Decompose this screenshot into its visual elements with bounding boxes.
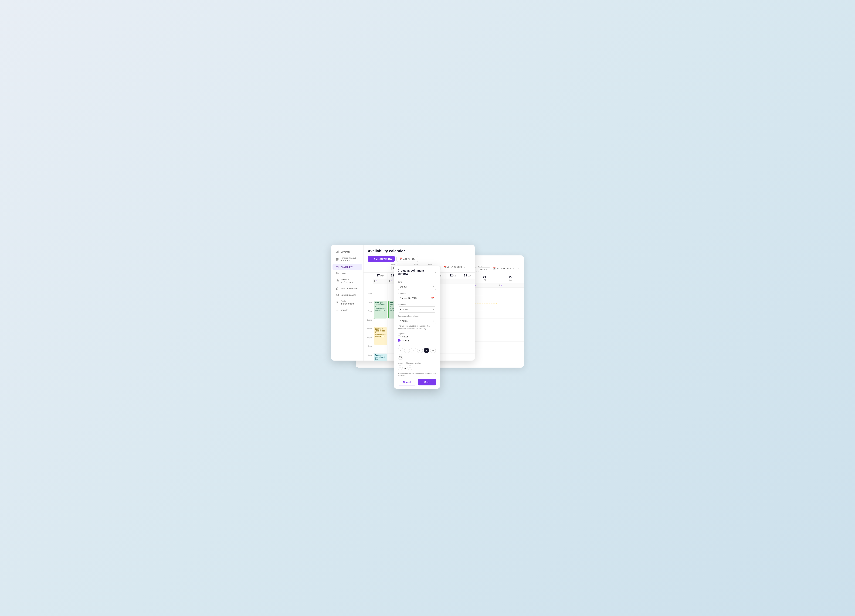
day-btn-su[interactable]: Su [398, 354, 403, 360]
svg-rect-4 [336, 259, 339, 260]
bg-view-dropdown[interactable]: Week ▾ [478, 267, 490, 272]
zone-group: Zone Default ▾ [398, 281, 436, 290]
sidebar-item-account[interactable]: Account preferences [332, 277, 362, 285]
sidebar-communication-label: Communication [340, 293, 356, 296]
jobs-counter: − 1 + [398, 365, 436, 370]
repeat-weekly-radio[interactable] [398, 339, 400, 342]
svg-rect-1 [337, 251, 337, 253]
fg-prev-btn[interactable]: ‹ [463, 265, 466, 269]
calendar-icon: 📅 [400, 258, 402, 260]
sidebar-item-premium[interactable]: Premium services [332, 285, 362, 292]
start-time-dropdown[interactable]: 8:00am ▾ [398, 306, 436, 313]
jobs-count: 1 [405, 366, 406, 369]
bg-dashed-fri [472, 303, 497, 326]
job-window-label: Job window length hours [398, 315, 436, 317]
start-time-label: Start time [398, 304, 436, 306]
svg-rect-5 [336, 260, 337, 261]
modal-close-btn[interactable]: × [434, 271, 436, 274]
jobs-decrement-btn[interactable]: − [398, 365, 403, 370]
sidebar: Coverage Product lines & programs Availa… [331, 245, 363, 361]
plus-icon: ＋ [371, 257, 373, 260]
repeat-never-radio[interactable] [398, 335, 400, 338]
sidebar-item-imports[interactable]: Imports [332, 307, 362, 313]
fg-day-sun: 23 Sun [460, 273, 475, 278]
fg-next-btn[interactable]: › [467, 265, 470, 269]
sidebar-account-label: Account preferences [340, 278, 359, 283]
sidebar-item-coverage[interactable]: Coverage [332, 249, 362, 255]
fg-appt-mon-evening[interactable]: 7pm-9pm Jobs offered: 8... [374, 353, 387, 361]
fg-cal-nav: 📅 Jul 17-23, 2023 ‹ › [444, 265, 470, 269]
modal-header: Create appointment window × [394, 266, 440, 278]
repeat-weekly-option[interactable]: Weekly [398, 339, 436, 342]
communication-icon [336, 293, 339, 297]
svg-rect-2 [338, 251, 339, 253]
repeats-section: Repeats Never Weekly [398, 333, 436, 342]
fg-emg-mon: 0✏ [373, 280, 388, 283]
day-btn-sa[interactable]: Sa [430, 348, 436, 353]
svg-point-9 [336, 280, 339, 282]
bg-date-range: 📅 Jul 17-23, 2023 [493, 267, 511, 270]
job-window-hint: The window a customer can expect a techn… [398, 325, 436, 330]
bg-cal-nav: 📅 Jul 17-23, 2023 ‹ › [493, 267, 520, 271]
bg-edit-icon-sat[interactable]: ✏ [501, 284, 503, 286]
sidebar-parts-label: Parts management [340, 300, 359, 305]
imports-icon [336, 308, 339, 312]
fg-edit-mon[interactable]: ✏ [376, 280, 378, 282]
day-btn-t[interactable]: T [404, 348, 410, 353]
jobs-per-window-group: Number of jobs per window − 1 + [398, 362, 436, 370]
fg-cal-title: Availability calendar [368, 249, 470, 253]
bg-emergency-fri: 0✏ [472, 284, 498, 287]
fg-appt-mon-afternoon[interactable]: 2pm-6pm Jobs offered: 8 Scheduled: 0 out… [374, 327, 387, 345]
day-btn-th[interactable]: Th [417, 348, 423, 353]
parts-icon [336, 301, 339, 304]
fg-day-sat: 22 Sat [446, 273, 460, 278]
cancel-btn[interactable]: Cancel [398, 379, 416, 385]
sidebar-users-label: Users [340, 272, 346, 275]
fg-create-window-btn[interactable]: ＋ + Create window [368, 256, 395, 262]
zone-dropdown[interactable]: Default ▾ [398, 284, 436, 290]
sidebar-item-communication[interactable]: Communication [332, 292, 362, 298]
fg-col-sun [460, 283, 475, 361]
fg-add-holiday-btn[interactable]: 📅 Add holiday [397, 256, 418, 262]
day-btn-m[interactable]: M [398, 348, 403, 353]
calendar-icon: 📅 [431, 297, 434, 300]
save-btn[interactable]: Save [418, 379, 436, 385]
bg-prev-btn[interactable]: ‹ [512, 267, 515, 271]
modal-title: Create appointment window [398, 269, 434, 275]
job-window-group: Job window length hours 4 hours ▾ The wi… [398, 315, 436, 330]
sidebar-coverage-label: Coverage [340, 251, 350, 253]
sidebar-availability-label: Availability [340, 266, 352, 268]
fg-edit-tue[interactable]: ✏ [391, 280, 392, 282]
repeat-never-option[interactable]: Never [398, 335, 436, 338]
fg-appt-mon-morning[interactable]: 9am-1pm Jobs offered: 8 Scheduled: 0 out… [374, 301, 387, 318]
svg-point-8 [337, 272, 337, 273]
on-section: On M T W Th F Sa Su [398, 344, 436, 360]
start-time-group: Start time 8:00am ▾ [398, 304, 436, 313]
cutoff-group: When is the last time someone can book t… [398, 373, 436, 376]
sidebar-item-availability[interactable]: Availability [332, 264, 362, 270]
start-date-input[interactable]: August 17, 2025 📅 [398, 295, 436, 301]
day-btn-f[interactable]: F [424, 348, 429, 353]
sidebar-product-label: Product lines & programs [340, 257, 359, 262]
day-buttons: M T W Th F Sa Su [398, 348, 436, 360]
chevron-down-icon: ▾ [486, 269, 487, 271]
bg-col-sat [498, 288, 524, 349]
create-appointment-modal: Create appointment window × Zone Default… [394, 266, 440, 388]
start-date-label: Start date [398, 292, 436, 294]
sidebar-item-product[interactable]: Product lines & programs [332, 255, 362, 263]
sidebar-item-users[interactable]: Users [332, 270, 362, 277]
jobs-increment-btn[interactable]: + [408, 365, 412, 370]
job-window-dropdown[interactable]: 4 hours ▾ [398, 318, 436, 324]
bg-emergency-sat: 1✏ [498, 284, 524, 287]
fg-date-range: 📅 Jul 17-23, 2023 [444, 266, 462, 268]
availability-icon [336, 265, 339, 268]
bg-view-filter: View Week ▾ [478, 265, 490, 272]
premium-icon [336, 287, 339, 290]
modal-body: Zone Default ▾ Start date August 17, 202… [394, 278, 440, 376]
chevron-down-icon: ▾ [433, 286, 434, 288]
bg-next-btn[interactable]: › [517, 267, 520, 271]
modal-footer: Cancel Save [394, 376, 440, 388]
sidebar-item-parts[interactable]: Parts management [332, 298, 362, 307]
users-icon [336, 272, 339, 275]
day-btn-w[interactable]: W [411, 348, 416, 353]
